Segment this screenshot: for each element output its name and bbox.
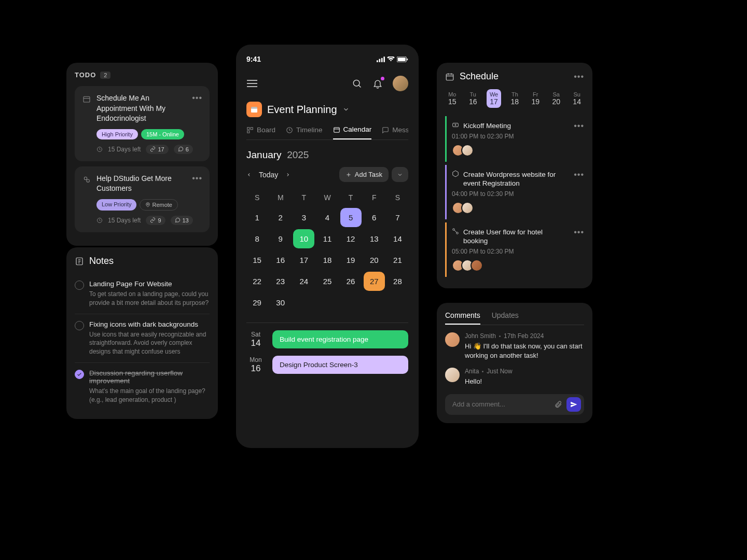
cal-day[interactable]: 6	[364, 208, 385, 227]
links-count[interactable]: 9	[146, 216, 165, 225]
more-icon[interactable]: •••	[574, 170, 584, 214]
menu-icon[interactable]	[246, 78, 258, 89]
cal-day[interactable]: 17	[293, 250, 314, 270]
week-day[interactable]: Mo15	[445, 89, 460, 108]
note-checkbox[interactable]	[75, 321, 84, 330]
week-day[interactable]: Th18	[508, 89, 522, 108]
cal-day[interactable]: 29	[246, 293, 268, 312]
cal-day[interactable]: 13	[364, 229, 385, 248]
comments-count[interactable]: 13	[171, 216, 193, 225]
cal-day[interactable]: 22	[246, 272, 268, 291]
cal-event[interactable]: Sat14 Build event registration page	[246, 330, 408, 348]
chevron-down-icon[interactable]	[342, 106, 350, 113]
schedule-item[interactable]: Create Wordpress website for event Regis…	[445, 165, 584, 219]
search-icon[interactable]	[351, 78, 363, 89]
links-count[interactable]: 17	[146, 145, 168, 154]
cal-day[interactable]: 16	[270, 250, 291, 270]
cal-day[interactable]	[364, 293, 385, 312]
cal-day[interactable]: 2	[270, 208, 291, 227]
bell-icon[interactable]	[372, 78, 383, 89]
cal-day[interactable]	[340, 293, 362, 312]
week-day[interactable]: Fr19	[528, 89, 543, 108]
todo-panel: TODO 2 Schedule Me An Appointment With M…	[66, 63, 218, 246]
tab-calendar[interactable]: Calendar	[333, 125, 372, 139]
note-checkbox[interactable]	[75, 281, 84, 290]
note-checkbox[interactable]	[75, 370, 84, 379]
more-icon[interactable]: •••	[192, 93, 202, 103]
tab-messa[interactable]: Messa	[382, 125, 408, 139]
cal-day[interactable]: 21	[387, 250, 408, 270]
svg-rect-17	[407, 58, 408, 60]
comment-time: Just Now	[487, 368, 512, 375]
tab-board[interactable]: Board	[246, 125, 275, 139]
cal-day[interactable]: 4	[316, 208, 338, 227]
tab-timeline[interactable]: Timeline	[286, 125, 323, 139]
tab-comments[interactable]: Comments	[445, 311, 480, 325]
cal-day[interactable]: 3	[293, 208, 314, 227]
cal-next-icon[interactable]	[285, 171, 290, 178]
more-icon[interactable]: •••	[574, 121, 584, 157]
more-icon[interactable]: •••	[574, 228, 584, 272]
cal-day[interactable]: 28	[387, 272, 408, 291]
cal-day[interactable]: 30	[270, 293, 291, 312]
tab-updates[interactable]: Updates	[492, 311, 519, 325]
add-task-dropdown[interactable]	[392, 167, 408, 182]
cal-day[interactable]: 24	[293, 272, 314, 291]
cal-day[interactable]: 10	[293, 229, 314, 248]
cal-day[interactable]: 9	[270, 229, 291, 248]
comment-input[interactable]	[452, 400, 550, 408]
avatar[interactable]	[445, 368, 460, 382]
comment-text: Hi 👋 I'll do that task now, you can star…	[465, 342, 584, 360]
todo-item[interactable]: Help DStudio Get More Customers ••• Low …	[75, 166, 210, 232]
cal-day[interactable]: 8	[246, 229, 268, 248]
comments-count[interactable]: 6	[174, 145, 193, 154]
cal-prev-icon[interactable]	[246, 171, 252, 178]
cal-day-header: T	[340, 189, 362, 206]
note-item[interactable]: Fixing icons with dark backgrounds Use i…	[75, 314, 210, 363]
cal-day[interactable]: 1	[246, 208, 268, 227]
comment-author: Anita	[465, 368, 479, 375]
avatar[interactable]	[471, 259, 483, 272]
event-bar[interactable]: Design Product Screen-3	[272, 356, 408, 374]
cal-day[interactable]: 15	[246, 250, 268, 270]
cal-day[interactable]	[387, 293, 408, 312]
cal-day[interactable]: 18	[316, 250, 338, 270]
avatar[interactable]	[461, 144, 474, 157]
more-icon[interactable]: •••	[192, 174, 202, 183]
cal-day[interactable]: 14	[387, 229, 408, 248]
cal-day[interactable]: 11	[316, 229, 338, 248]
todo-item[interactable]: Schedule Me An Appointment With My Endoc…	[75, 86, 210, 161]
attachment-icon[interactable]	[554, 400, 562, 409]
cal-day[interactable]: 26	[340, 272, 362, 291]
week-day[interactable]: Su14	[570, 89, 584, 108]
cal-day[interactable]	[316, 293, 338, 312]
add-task-button[interactable]: Add Task	[339, 167, 389, 182]
week-day[interactable]: We17	[487, 89, 501, 108]
avatar[interactable]	[461, 202, 474, 214]
cal-today[interactable]: Today	[259, 171, 278, 179]
send-button[interactable]	[566, 397, 581, 412]
schedule-item[interactable]: Kickoff Meeting 01:00 PM to 02:30 PM •••	[445, 116, 584, 162]
comment: AnitaJust Now Hello!	[445, 368, 584, 386]
schedule-item[interactable]: Create User flow for hotel booking 05:00…	[445, 222, 584, 277]
cal-day[interactable]	[293, 293, 314, 312]
cal-day[interactable]: 25	[316, 272, 338, 291]
cal-day[interactable]: 12	[340, 229, 362, 248]
week-day[interactable]: Sa20	[549, 89, 563, 108]
cal-day[interactable]: 7	[387, 208, 408, 227]
cal-day-header: S	[387, 189, 408, 206]
cal-event[interactable]: Mon16 Design Product Screen-3	[246, 356, 408, 374]
event-bar[interactable]: Build event registration page	[272, 330, 408, 348]
svg-rect-26	[251, 127, 253, 129]
avatar[interactable]	[393, 76, 408, 91]
cal-day[interactable]: 23	[270, 272, 291, 291]
cal-day[interactable]: 27	[364, 272, 385, 291]
note-item[interactable]: Landing Page For Website To get started …	[75, 274, 210, 314]
avatar[interactable]	[445, 332, 460, 347]
schedule-more-icon[interactable]: •••	[574, 72, 584, 81]
cal-day[interactable]: 19	[340, 250, 362, 270]
cal-day[interactable]: 5	[340, 208, 362, 227]
week-day[interactable]: Tu16	[466, 89, 480, 108]
note-item[interactable]: Discussion regarding userflow improvemen…	[75, 363, 210, 411]
cal-day[interactable]: 20	[364, 250, 385, 270]
